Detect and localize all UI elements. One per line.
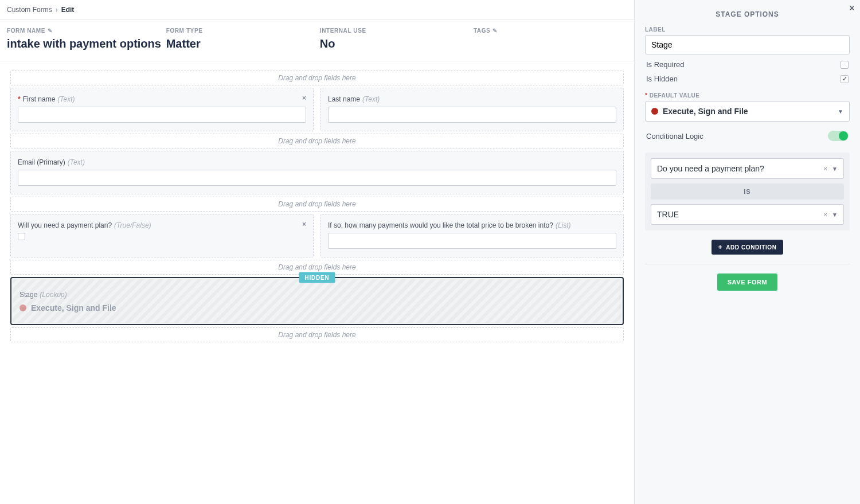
default-value-text: Execute, Sign and File: [663, 107, 748, 116]
form-canvas: Drag and drop fields here × * First name…: [0, 61, 634, 368]
condition-field-text: Do you need a payment plan?: [657, 164, 764, 173]
payment-plan-checkbox[interactable]: [18, 233, 25, 240]
divider: [645, 264, 850, 264]
num-payments-input[interactable]: [328, 233, 616, 249]
clear-icon[interactable]: ×: [824, 165, 827, 172]
condition-field-select[interactable]: Do you need a payment plan? × ▼: [651, 158, 844, 179]
chevron-down-icon: ▼: [838, 108, 843, 115]
is-required-checkbox[interactable]: [841, 61, 849, 69]
meta-internal-use-label: INTERNAL USE: [320, 28, 366, 34]
condition-operator: IS: [651, 183, 844, 200]
clear-icon[interactable]: ×: [824, 211, 827, 218]
required-marker: *: [18, 95, 21, 103]
field-label: Stage: [19, 291, 37, 299]
first-name-input[interactable]: [18, 107, 306, 123]
breadcrumb-current: Edit: [61, 6, 75, 14]
breadcrumb-root[interactable]: Custom Forms: [7, 6, 52, 14]
meta-form-name-value: intake with payment options: [7, 37, 166, 50]
chevron-down-icon: ▼: [832, 166, 838, 172]
meta-tags-label: TAGS: [474, 28, 490, 34]
email-input[interactable]: [18, 170, 616, 186]
conditional-logic-toggle[interactable]: [828, 131, 849, 141]
field-last-name[interactable]: Last name (Text): [320, 88, 624, 131]
stage-value: Execute, Sign and File: [31, 303, 116, 312]
field-type: (Text): [68, 158, 85, 166]
label-label: LABEL: [645, 26, 850, 33]
drop-zone[interactable]: Drag and drop fields here: [10, 71, 624, 85]
drop-zone[interactable]: Drag and drop fields here: [10, 327, 624, 342]
meta-form-name-label: FORM NAME: [7, 28, 45, 34]
is-required-label: Is Required: [646, 60, 684, 69]
condition-value-select[interactable]: TRUE × ▼: [651, 204, 844, 225]
condition-block: Do you need a payment plan? × ▼ IS TRUE …: [645, 153, 850, 230]
close-icon[interactable]: ×: [302, 220, 306, 228]
default-value-label: DEFAULT VALUE: [645, 92, 850, 99]
field-email[interactable]: Email (Primary) (Text): [10, 151, 624, 194]
save-form-button[interactable]: SAVE FORM: [717, 274, 778, 291]
meta-form-type-label: FORM TYPE: [166, 28, 203, 34]
conditional-logic-label: Conditional Logic: [646, 132, 703, 140]
is-hidden-label: Is Hidden: [646, 75, 678, 83]
field-first-name[interactable]: × * First name (Text): [10, 88, 314, 131]
meta-form-type-value: Matter: [166, 37, 320, 50]
edit-icon[interactable]: ✎: [48, 28, 53, 34]
hidden-badge: HIDDEN: [299, 272, 335, 283]
stage-options-panel: × STAGE OPTIONS LABEL Is Required Is Hid…: [634, 0, 860, 504]
stage-color-dot-icon: [651, 108, 658, 115]
is-hidden-checkbox[interactable]: [841, 75, 849, 83]
last-name-input[interactable]: [328, 107, 616, 123]
field-label: Last name: [328, 95, 360, 103]
field-label: If so, how many payments would you like …: [328, 221, 553, 229]
chevron-down-icon: ▼: [832, 212, 838, 218]
form-meta-header: FORM NAME ✎ intake with payment options …: [0, 19, 634, 61]
add-condition-label: ADD CONDITION: [726, 244, 776, 251]
field-stage[interactable]: HIDDEN Stage (Lookup) Execute, Sign and …: [10, 277, 624, 325]
field-label: Will you need a payment plan?: [18, 221, 112, 229]
field-type: (Lookup): [40, 291, 67, 299]
panel-title: STAGE OPTIONS: [645, 10, 850, 18]
meta-internal-use-value: No: [320, 37, 474, 50]
breadcrumb: Custom Forms › Edit: [0, 0, 634, 19]
plus-icon: +: [718, 244, 723, 251]
field-type: (Text): [362, 95, 380, 103]
close-icon[interactable]: ×: [850, 3, 854, 13]
field-payment-plan[interactable]: × Will you need a payment plan? (True/Fa…: [10, 214, 314, 257]
close-icon[interactable]: ×: [302, 94, 306, 102]
label-input[interactable]: [645, 35, 850, 54]
drop-zone[interactable]: Drag and drop fields here: [10, 134, 624, 149]
field-num-payments[interactable]: If so, how many payments would you like …: [320, 214, 624, 257]
chevron-right-icon: ›: [56, 6, 58, 14]
field-type: (True/False): [114, 221, 151, 229]
edit-icon[interactable]: ✎: [492, 28, 498, 34]
drop-zone[interactable]: Drag and drop fields here: [10, 197, 624, 212]
condition-value-text: TRUE: [657, 210, 679, 219]
field-type: (Text): [57, 95, 75, 103]
add-condition-button[interactable]: + ADD CONDITION: [712, 240, 784, 255]
field-type: (List): [556, 221, 571, 229]
stage-color-dot-icon: [19, 304, 26, 311]
field-label: First name: [23, 95, 56, 103]
default-value-select[interactable]: Execute, Sign and File ▼: [645, 101, 850, 122]
field-label: Email (Primary): [18, 158, 65, 166]
